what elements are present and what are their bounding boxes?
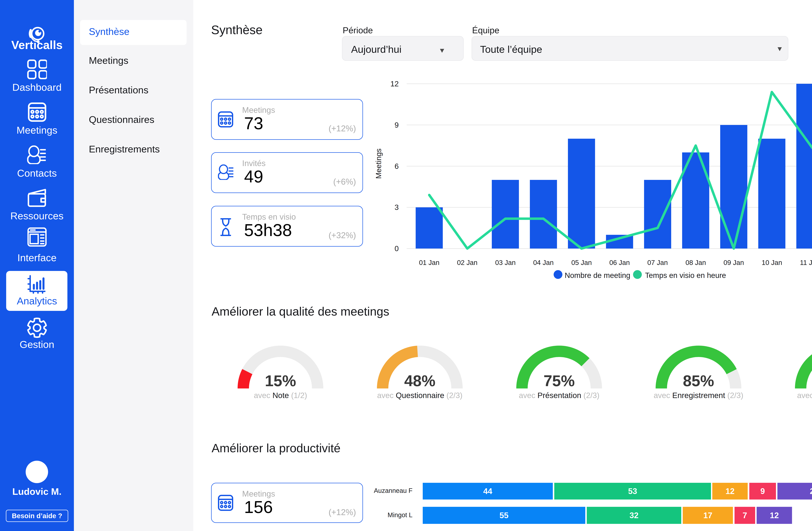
svg-text:01 Jan: 01 Jan: [419, 259, 439, 266]
svg-text:Nombre de meeting: Nombre de meeting: [565, 271, 630, 280]
svg-text:02 Jan: 02 Jan: [457, 259, 477, 266]
svg-text:09 Jan: 09 Jan: [724, 259, 744, 266]
svg-text:11 Jan: 11 Jan: [800, 259, 812, 266]
svg-text:6: 6: [394, 162, 399, 171]
svg-text:04 Jan: 04 Jan: [533, 259, 554, 266]
svg-text:Temps en visio en heure: Temps en visio en heure: [645, 271, 726, 280]
svg-text:0: 0: [394, 244, 399, 253]
svg-text:05 Jan: 05 Jan: [571, 259, 592, 266]
svg-text:3: 3: [394, 203, 399, 211]
svg-text:03 Jan: 03 Jan: [495, 259, 516, 266]
svg-text:10 Jan: 10 Jan: [762, 259, 782, 266]
svg-text:12: 12: [390, 79, 399, 88]
svg-text:06 Jan: 06 Jan: [609, 259, 630, 266]
svg-text:07 Jan: 07 Jan: [647, 259, 668, 266]
svg-text:Meetings: Meetings: [374, 149, 383, 179]
svg-text:9: 9: [394, 121, 399, 129]
svg-text:08 Jan: 08 Jan: [685, 259, 706, 266]
